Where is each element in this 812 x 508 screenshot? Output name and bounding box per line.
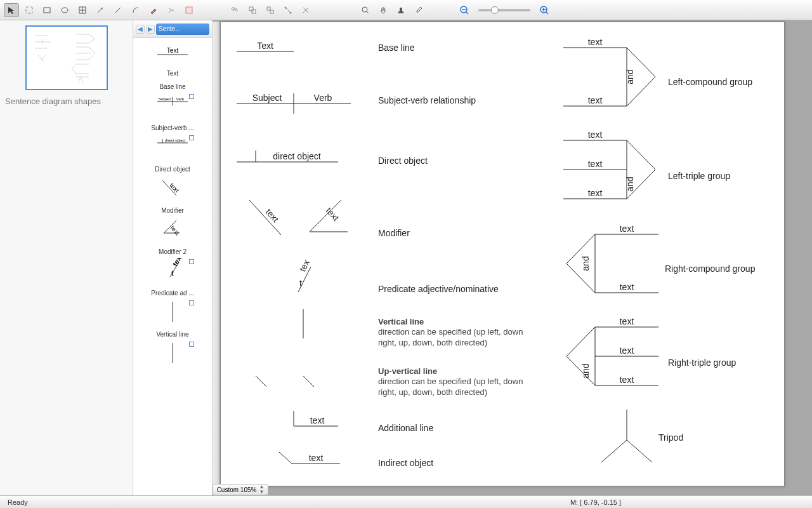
text-select-tool[interactable]	[22, 3, 37, 17]
status-ready: Ready	[8, 498, 400, 506]
status-bar: Ready M: [ 6.79, -0.15 ]	[0, 495, 812, 508]
svg-text:tex: tex	[297, 258, 311, 273]
svg-rect-1	[44, 8, 50, 13]
stencil-panel: ◀ ▶ Sente... Text Text Base line Subject…	[133, 20, 213, 495]
connector-tool[interactable]	[164, 3, 179, 17]
shape-ltriple[interactable]: text text text and	[563, 130, 658, 200]
svg-point-2	[62, 8, 68, 13]
shape-modifier[interactable]: text text	[246, 197, 348, 241]
label-subjverb: Subject-verb relationship	[378, 95, 476, 105]
svg-rect-9	[249, 7, 253, 11]
shape-addline[interactable]: text	[291, 410, 341, 429]
shape-library-tool[interactable]	[181, 3, 197, 17]
zoom-area-tool[interactable]	[358, 3, 373, 17]
svg-text:text: text	[620, 375, 634, 385]
shape-upvline[interactable]	[252, 373, 322, 392]
zoom-out-button[interactable]	[457, 3, 472, 17]
svg-line-105	[627, 440, 652, 462]
shape-rcomp[interactable]: text text and	[563, 224, 658, 294]
canvas-viewport[interactable]: Text Base line Subject Verb Subject-verb…	[213, 20, 812, 495]
pen-tool[interactable]	[146, 3, 161, 17]
label-ltriple: Left-triple group	[668, 171, 730, 181]
stencil-item-predicate[interactable]: Predicate ad ...	[136, 290, 209, 324]
rect-tool[interactable]	[39, 3, 55, 17]
zoom-level-select[interactable]: Custom 105%▲▼	[213, 484, 268, 495]
svg-point-15	[290, 11, 292, 13]
arrow-tool[interactable]	[93, 3, 108, 17]
shape-directobj[interactable]: direct object	[237, 149, 338, 164]
svg-text:Verb: Verb	[314, 93, 332, 103]
stencil-item-directobj[interactable]: Direct object text	[136, 166, 209, 201]
ellipse-tool[interactable]	[57, 3, 72, 17]
label-rcomp: Right-compound group	[665, 264, 755, 274]
svg-text:direct object: direct object	[165, 138, 186, 142]
stencil-item-subjverb[interactable]: Subject-verb ... direct object	[136, 124, 209, 159]
svg-text:text: text	[588, 95, 603, 105]
svg-text:text: text	[620, 224, 634, 234]
shape-vline[interactable]	[297, 308, 310, 340]
stamp-tool[interactable]	[393, 3, 409, 17]
shape-lcomp[interactable]: text text and	[563, 37, 658, 107]
drawing-canvas[interactable]: Text Base line Subject Verb Subject-verb…	[220, 22, 785, 486]
group-tool[interactable]	[245, 3, 260, 17]
svg-text:Subject: Subject	[252, 93, 282, 103]
svg-text:text: text	[169, 182, 181, 194]
svg-text:text: text	[588, 37, 603, 47]
svg-text:text: text	[588, 130, 603, 140]
svg-line-13	[285, 8, 291, 13]
shape-tripod[interactable]	[595, 408, 658, 465]
ungroup-tool[interactable]	[263, 3, 278, 17]
eyedropper-tool[interactable]	[411, 3, 426, 17]
svg-point-18	[362, 7, 367, 12]
stencil-item-modifier2[interactable]: Modifier 2 text	[136, 248, 209, 283]
undo-tool[interactable]	[227, 3, 242, 17]
shape-predicate[interactable]: text	[291, 264, 322, 295]
stencil-selector[interactable]: Sente...	[156, 23, 209, 35]
shape-rtriple[interactable]: text text text and	[563, 317, 658, 388]
svg-text:text: text	[264, 206, 281, 224]
table-tool[interactable]	[75, 3, 90, 17]
stencil-item-vline[interactable]: Vertical line	[136, 331, 209, 366]
svg-text:Text: Text	[167, 47, 179, 54]
label-vline: Vertical linedirection can be specified …	[378, 317, 530, 348]
label-modifier: Modifier	[378, 228, 410, 238]
stencil-prev-button[interactable]: ◀	[136, 25, 145, 34]
distribute-tool[interactable]	[298, 3, 313, 17]
label-lcomp: Left-compound group	[668, 77, 752, 87]
svg-text:t: t	[299, 278, 302, 288]
line-tool[interactable]	[110, 3, 126, 17]
svg-line-19	[367, 11, 369, 13]
shape-indirect[interactable]: text	[278, 451, 341, 466]
label-tripod: Tripod	[658, 432, 683, 443]
svg-text:Verb: Verb	[176, 97, 185, 101]
zoom-in-button[interactable]	[537, 3, 552, 17]
pointer-tool[interactable]	[4, 3, 19, 17]
zoom-slider[interactable]	[478, 9, 530, 11]
svg-text:t: t	[171, 269, 174, 277]
stencil-item-baseline[interactable]: Base line SubjectVerb	[136, 83, 209, 118]
curve-tool[interactable]	[128, 3, 143, 17]
svg-text:text: text	[588, 159, 603, 169]
shape-subjverb[interactable]: Subject Verb	[237, 91, 351, 114]
svg-text:text: text	[620, 282, 634, 292]
main-toolbar	[0, 0, 812, 20]
stencil-list[interactable]: Text Text Base line SubjectVerb Subject-…	[133, 38, 212, 495]
stencil-header: ◀ ▶ Sente...	[133, 20, 212, 38]
page-thumbnail[interactable]	[25, 25, 108, 90]
svg-text:text: text	[620, 345, 634, 356]
svg-rect-8	[186, 7, 192, 13]
svg-text:tex: tex	[171, 258, 183, 267]
svg-text:text: text	[309, 453, 324, 463]
stencil-item-modifier[interactable]: Modifier text	[136, 207, 209, 242]
stencil-item-text[interactable]: Text Text	[136, 44, 209, 77]
align-tool[interactable]	[280, 3, 296, 17]
zoom-slider-handle[interactable]	[491, 6, 499, 14]
svg-line-28	[546, 12, 548, 14]
pan-tool[interactable]	[376, 3, 391, 17]
stencil-next-button[interactable]: ▶	[146, 25, 155, 34]
label-predicate: Predicate adjective/nominative	[378, 284, 499, 294]
svg-text:Subject: Subject	[159, 97, 171, 101]
svg-rect-0	[26, 7, 32, 13]
pages-panel: Sentence diagram shapes	[0, 20, 133, 495]
shape-baseline[interactable]: Text	[237, 41, 294, 54]
